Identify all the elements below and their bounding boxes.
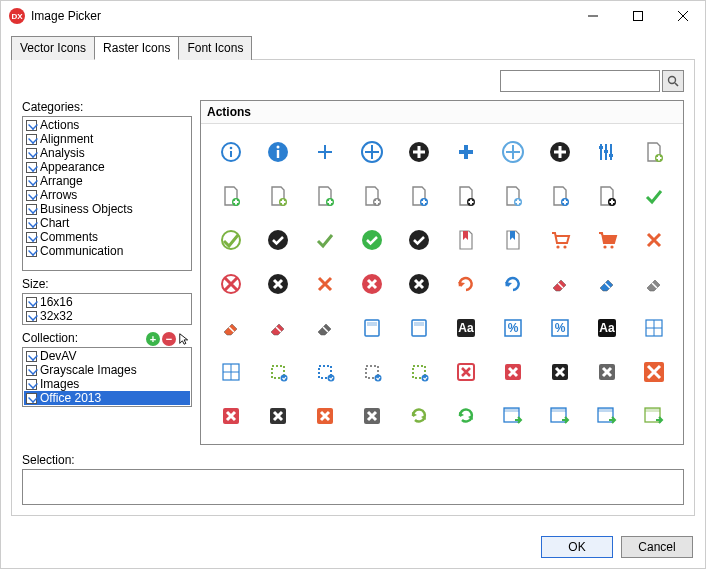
list-item[interactable]: Grayscale Images [24,363,190,377]
icon-xbox[interactable] [359,403,385,429]
icon-tablego[interactable] [500,403,526,429]
collection-list[interactable]: DevAVGrayscale ImagesImagesOffice 2013 [22,347,192,407]
remove-collection-button[interactable]: − [162,332,176,346]
checkbox-icon[interactable] [26,379,37,390]
icon-redo[interactable] [453,271,479,297]
icon-xbox[interactable] [500,359,526,385]
checkbox-icon[interactable] [26,148,37,159]
icon-docadd[interactable] [641,139,667,165]
icon-check[interactable] [312,227,338,253]
close-button[interactable] [660,1,705,31]
icon-bookmark[interactable] [453,227,479,253]
ok-button[interactable]: OK [541,536,613,558]
checkbox-icon[interactable] [26,232,37,243]
icon-docadd[interactable] [594,183,620,209]
icon-x[interactable] [406,271,432,297]
checkbox-icon[interactable] [26,162,37,173]
checkbox-icon[interactable] [26,190,37,201]
icon-docadd[interactable] [453,183,479,209]
search-input[interactable] [500,70,660,92]
list-item[interactable]: Actions [24,118,190,132]
list-item[interactable]: Analysis [24,146,190,160]
icon-bookmark[interactable] [500,227,526,253]
icon-eraser[interactable] [312,315,338,341]
checkbox-icon[interactable] [26,246,37,257]
list-item[interactable]: Arrange [24,174,190,188]
checkbox-icon[interactable] [26,176,37,187]
icon-info[interactable] [265,139,291,165]
list-item[interactable]: 32x32 [24,309,190,323]
icon-x[interactable] [265,271,291,297]
icon-docadd[interactable] [265,183,291,209]
icon-xbox[interactable] [594,359,620,385]
icon-aa[interactable]: Aa [594,315,620,341]
icon-docadd[interactable] [359,183,385,209]
icon-xbox[interactable] [312,403,338,429]
list-item[interactable]: Images [24,377,190,391]
icon-eraser[interactable] [547,271,573,297]
icon-calc[interactable] [406,315,432,341]
icon-eraser[interactable] [265,315,291,341]
checkbox-icon[interactable] [26,365,37,376]
tab-raster-icons[interactable]: Raster Icons [94,36,179,60]
list-item[interactable]: Appearance [24,160,190,174]
icon-aa[interactable]: Aa [453,315,479,341]
icon-plus[interactable] [453,139,479,165]
icon-plus[interactable] [359,139,385,165]
checkbox-icon[interactable] [26,393,37,404]
checkbox-icon[interactable] [26,204,37,215]
icon-x[interactable] [641,227,667,253]
icon-plus[interactable] [547,139,573,165]
add-collection-button[interactable]: + [146,332,160,346]
icon-xbox[interactable] [453,359,479,385]
icon-equalizer[interactable] [594,139,620,165]
icon-docadd[interactable] [218,183,244,209]
icon-plus[interactable] [500,139,526,165]
icon-x[interactable] [218,271,244,297]
maximize-button[interactable] [615,1,660,31]
cancel-button[interactable]: Cancel [621,536,693,558]
icon-eraser[interactable] [218,315,244,341]
icon-xbox[interactable] [547,359,573,385]
icon-plus[interactable] [406,139,432,165]
icon-docadd[interactable] [406,183,432,209]
icon-cart[interactable] [594,227,620,253]
size-list[interactable]: 16x1632x32 [22,293,192,325]
checkbox-icon[interactable] [26,120,37,131]
list-item[interactable]: Comments [24,230,190,244]
icon-grid[interactable] [218,359,244,385]
icon-eraser[interactable] [641,271,667,297]
icon-tablego[interactable] [547,403,573,429]
icon-crop[interactable] [312,359,338,385]
icon-calc[interactable] [359,315,385,341]
icon-tablego[interactable] [641,403,667,429]
tab-font-icons[interactable]: Font Icons [178,36,252,60]
icon-check[interactable] [641,183,667,209]
icon-x[interactable] [312,271,338,297]
search-button[interactable] [662,70,684,92]
tab-vector-icons[interactable]: Vector Icons [11,36,95,60]
icon-docadd[interactable] [500,183,526,209]
icon-x[interactable] [359,271,385,297]
icon-check[interactable] [265,227,291,253]
icon-tablego[interactable] [594,403,620,429]
checkbox-icon[interactable] [26,218,37,229]
checkbox-icon[interactable] [26,297,37,308]
list-item[interactable]: Chart [24,216,190,230]
list-item[interactable]: Office 2013 [24,391,190,405]
list-item[interactable]: Alignment [24,132,190,146]
icon-refresh[interactable] [406,403,432,429]
icon-check[interactable] [406,227,432,253]
minimize-button[interactable] [570,1,615,31]
icon-plus[interactable] [312,139,338,165]
checkbox-icon[interactable] [26,134,37,145]
icon-cart[interactable] [547,227,573,253]
icon-pct[interactable]: % [547,315,573,341]
checkbox-icon[interactable] [26,311,37,322]
checkbox-icon[interactable] [26,351,37,362]
list-item[interactable]: Arrows [24,188,190,202]
list-item[interactable]: Business Objects [24,202,190,216]
icon-eraser[interactable] [594,271,620,297]
icon-info[interactable] [218,139,244,165]
icon-crop[interactable] [359,359,385,385]
